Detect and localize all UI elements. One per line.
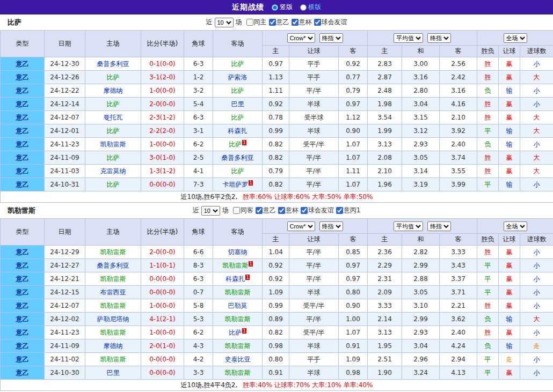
final-index-select[interactable]: 终指 [319,33,343,43]
cell-home-team-text[interactable]: 克雷莫纳 [100,167,126,175]
filter-checkbox[interactable] [269,19,276,26]
cell-away-team-text[interactable]: 史泰比亚 [225,356,251,363]
cell-home-team-text[interactable]: 比萨 [107,100,120,108]
filter-checkbox-option[interactable]: 球会友谊 [314,18,347,27]
cell-away-team-text[interactable]: 比萨 [231,60,244,68]
cell-away-team-text[interactable]: 凯勒雷斯 [225,315,251,323]
cell-odds-home: 1.09 [263,286,289,299]
filter-checkbox[interactable] [256,207,263,214]
filter-checkbox[interactable] [246,19,253,26]
filter-checkbox[interactable] [292,19,299,26]
cell-away-team-text[interactable]: 萨索洛 [228,73,248,81]
cell-handicap-text: 受平/半 [303,329,324,336]
cell-away-team: 桑普多利亚 [213,151,263,165]
cell-home-team-text[interactable]: 比萨 [107,181,120,188]
cell-home-team-text[interactable]: 凯勒雷斯 [100,356,126,363]
bookmaker-select[interactable]: Crow* [287,221,315,231]
cell-result-goals: 小 [520,246,553,259]
filter-checkbox[interactable] [336,207,343,214]
final-index-select-2[interactable]: 终指 [427,221,451,231]
cell-away-team-text[interactable]: 凯勒雷斯 [225,289,251,296]
cell-date: 24-12-14 [45,98,85,111]
cell-home-team-text[interactable]: 凯勒雷斯 [100,140,126,148]
recent-count-select[interactable]: 10 [215,18,234,27]
cell-odds-away-text: 0.79 [346,87,360,94]
cell-away-team-text[interactable]: 科森扎 [228,127,248,135]
cell-home-team: 摩德纳 [85,84,141,98]
layout-horizontal-option[interactable]: 横版 [300,3,321,12]
cell-away-team-text[interactable]: 比萨 [231,114,244,121]
cell-away-team-text[interactable]: 切塞纳 [228,248,248,256]
cell-result-wdl: 胜 [477,246,499,259]
filter-checkbox-option[interactable]: 同主 [246,18,267,27]
cell-away-team: 比萨 [213,57,263,71]
cell-home-team-text[interactable]: 比萨 [107,127,120,135]
cell-away-team: 科森扎 [213,124,263,138]
cell-home-team-text[interactable]: 凯勒雷斯 [100,275,126,283]
final-index-select[interactable]: 终指 [319,221,343,231]
filter-checkbox[interactable] [314,19,321,26]
cell-away-team-text[interactable]: 比萨 [229,140,242,148]
filter-checkbox-option[interactable]: 意杯 [292,18,312,27]
cell-away-team-text[interactable]: 卡坦萨罗 [222,181,248,188]
cell-away-team-text[interactable]: 凯勒雷斯 [225,342,251,350]
team-name[interactable]: 比萨 [8,18,21,27]
layout-vertical-option[interactable]: 竖版 [272,3,293,12]
cell-avg-home: 2.29 [368,259,402,272]
cell-home-team-text[interactable]: 曼托瓦 [104,114,123,121]
cell-home-team-text[interactable]: 摩德纳 [104,87,123,94]
cell-avg-home: 2.48 [368,84,402,98]
cell-avg-away: 3.33 [440,246,477,259]
cell-home-team-text[interactable]: 桑普多利亚 [97,262,129,269]
cell-home-team-text[interactable]: 摩德纳 [104,342,123,350]
average-select[interactable]: 平均值 [394,221,423,231]
average-select[interactable]: 平均值 [394,33,423,43]
filter-checkbox-label: 意杯 [286,206,299,215]
filter-checkbox-option[interactable]: 意乙 [269,18,289,27]
filter-checkbox-option[interactable]: 意杯 [278,206,299,215]
filter-checkbox-option[interactable]: 意丙1 [336,206,361,215]
cell-home-team-text[interactable]: 布雷西亚 [100,289,126,296]
recent-count-select[interactable]: 10 [201,206,220,216]
team-name[interactable]: 凯勒雷斯 [8,206,35,216]
cell-away-team-text[interactable]: 比萨 [231,87,244,94]
filter-checkbox-option[interactable]: 球会友谊 [301,206,334,215]
cell-away-team-text[interactable]: 巴里 [231,100,244,108]
cell-avg-home-text: 2.29 [377,262,392,269]
col-date: 日期 [45,31,85,57]
cell-home-team-text[interactable]: 桑普多利亚 [97,60,129,68]
cell-home-team-text[interactable]: 比萨 [107,154,120,161]
cell-home-team-text[interactable]: 凯勒雷斯 [100,329,126,336]
filter-checkbox[interactable] [233,207,240,214]
cell-home-team-text[interactable]: 巴里 [107,369,120,376]
fullmatch-select[interactable]: 全场 [504,221,527,231]
cell-result-wdl: 胜 [477,165,499,178]
cell-away-team-text[interactable]: 科森扎 [225,275,245,283]
cell-home-team-text[interactable]: 萨勒尼塔纳 [97,315,129,323]
filter-checkbox-option[interactable]: 同客 [233,206,253,215]
cell-handicap: 半球 [289,124,339,138]
cell-away-team-text[interactable]: 凯勒雷斯 [225,369,251,376]
cell-home-team-text[interactable]: 凯勒雷斯 [100,302,126,309]
final-index-select-2[interactable]: 终指 [427,33,451,43]
filter-checkbox-option[interactable]: 意乙 [256,206,276,215]
fullmatch-select[interactable]: 全场 [504,33,527,43]
cell-away-team-text[interactable]: 比萨 [231,167,244,175]
horizontal-radio[interactable] [300,4,307,11]
cell-away-team-text[interactable]: 巴勒莫 [228,302,248,309]
cell-away-team-text[interactable]: 桑普多利亚 [222,154,254,161]
cell-away-team-text[interactable]: 凯勒雷斯 [222,262,248,269]
bookmaker-select[interactable]: Crow* [287,33,315,43]
filter-checkbox[interactable] [278,207,285,214]
cell-home-team-text[interactable]: 比萨 [107,73,120,81]
cell-avg-away-text: 3.43 [451,262,465,269]
filter-checkbox[interactable] [301,207,308,214]
cell-away-team-text[interactable]: 比萨 [229,329,242,336]
cell-result-goals: 小 [520,98,553,111]
cell-league: 意乙 [1,339,45,353]
cell-result-goals: 小 [520,138,553,151]
cell-avg-home: 1.96 [368,178,402,191]
cell-odds-away: 0.92 [339,57,368,71]
cell-home-team-text[interactable]: 凯勒雷斯 [100,248,126,256]
vertical-radio[interactable] [272,4,278,11]
